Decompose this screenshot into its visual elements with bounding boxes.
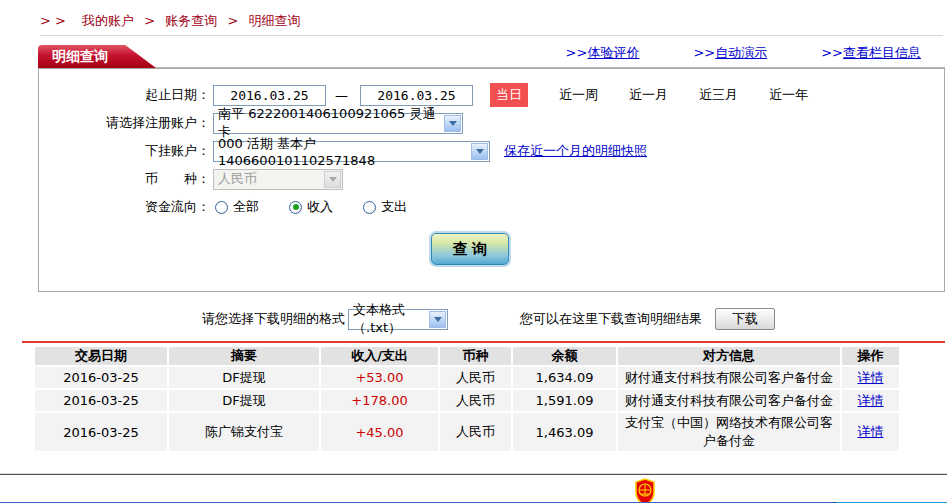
currency-label: 币 种： (39, 170, 210, 188)
breadcrumb-item-detail-query[interactable]: 明细查询 (248, 13, 300, 28)
currency-row: 币 种： 人民币 (39, 165, 944, 193)
link-experience-rating[interactable]: >>体验评价 (566, 44, 640, 62)
col-action: 操作 (842, 347, 899, 365)
table-header-row: 交易日期 摘要 收入/支出 币种 余额 对方信息 操作 (35, 347, 899, 365)
link-view-column-info[interactable]: >>查看栏目信息 (821, 44, 921, 62)
link-label: 查看栏目信息 (843, 45, 921, 60)
cell-date: 2016-03-25 (35, 367, 167, 388)
cell-counterparty: 财付通支付科技有限公司客户备付金 (618, 367, 840, 388)
range-last-year-button[interactable]: 近一年 (769, 86, 808, 104)
cell-action: 详情 (842, 413, 899, 451)
table-top-divider (22, 341, 945, 343)
radio-icon (289, 201, 302, 214)
cell-action: 详情 (842, 367, 899, 388)
breadcrumb: > > 我的账户 > 账务查询 > 明细查询 (0, 0, 947, 35)
footer: 网站声明｜服务网点｜服务热线95588 中国工商银行版权所有 京ICP证 030… (0, 475, 947, 503)
breadcrumb-separator: > (144, 13, 155, 28)
sub-account-select[interactable]: 000 活期 基本户 1406600101102571848 (213, 141, 490, 162)
range-last-week-button[interactable]: 近一周 (559, 86, 598, 104)
fund-flow-options: 全部 收入 支出 (215, 198, 437, 216)
top-links: >>体验评价 >>自动演示 >>查看栏目信息 (566, 44, 945, 67)
cell-counterparty: 财付通支付科技有限公司客户备付金 (618, 390, 840, 411)
download-format-label: 请您选择下载明细的格式 (202, 310, 345, 328)
range-last-3-months-button[interactable]: 近三月 (699, 86, 738, 104)
fund-flow-label: 资金流向： (39, 198, 210, 216)
fund-flow-row: 资金流向： 全部 收入 支出 (39, 193, 944, 221)
footer-links: 网站声明｜服务网点｜服务热线95588 (0, 485, 281, 503)
registered-account-select[interactable]: 南平 6222001406100921065 灵通卡 (213, 113, 463, 134)
sub-account-label: 下挂账户： (39, 142, 210, 160)
date-range-dash: — (335, 88, 348, 103)
date-to-input[interactable] (360, 85, 473, 106)
cell-date: 2016-03-25 (35, 390, 167, 411)
sub-account-value: 000 活期 基本户 1406600101102571848 (218, 135, 469, 168)
download-button[interactable]: 下载 (715, 308, 775, 330)
date-from-input[interactable] (213, 85, 326, 106)
detail-link[interactable]: 详情 (858, 393, 884, 408)
breadcrumb-item-my-account[interactable]: 我的账户 (82, 13, 134, 28)
detail-link[interactable]: 详情 (858, 424, 884, 439)
col-summary: 摘要 (169, 347, 319, 365)
table-row: 2016-03-25 DF提现 +178.00 人民币 1,591.09 财付通… (35, 390, 899, 411)
col-income-expense: 收入/支出 (321, 347, 438, 365)
chevron-down-icon[interactable] (429, 311, 446, 328)
flow-radio-all-label: 全部 (233, 198, 259, 216)
detail-link[interactable]: 详情 (858, 370, 884, 385)
cell-amount: +178.00 (321, 390, 438, 411)
cell-summary: DF提现 (169, 367, 319, 388)
range-today-button[interactable]: 当日 (490, 83, 528, 107)
date-range-label: 起止日期： (39, 86, 210, 104)
chevron-down-icon[interactable] (471, 143, 488, 160)
save-snapshot-link[interactable]: 保存近一个月的明细快照 (504, 142, 647, 160)
cell-amount: +53.00 (321, 367, 438, 388)
cell-balance: 1,634.09 (513, 367, 616, 388)
cell-action: 详情 (842, 390, 899, 411)
currency-select: 人民币 (213, 169, 343, 190)
date-range-row: 起止日期： — 当日 近一周 近一月 近三月 近一年 (39, 81, 944, 109)
cell-currency: 人民币 (440, 390, 511, 411)
radio-icon (215, 201, 228, 214)
breadcrumb-divider (40, 35, 943, 36)
query-button[interactable]: 查 询 (431, 233, 509, 265)
flow-radio-income[interactable]: 收入 (289, 198, 333, 216)
breadcrumb-prefix: > > (40, 13, 66, 28)
sub-account-row: 下挂账户： 000 活期 基本户 1406600101102571848 保存近… (39, 137, 944, 165)
cell-summary: DF提现 (169, 390, 319, 411)
flow-radio-income-label: 收入 (307, 198, 333, 216)
link-label: 自动演示 (715, 45, 767, 60)
radio-icon (363, 201, 376, 214)
range-last-month-button[interactable]: 近一月 (629, 86, 668, 104)
cell-currency: 人民币 (440, 367, 511, 388)
table-row: 2016-03-25 陈广锦支付宝 +45.00 人民币 1,463.09 支付… (35, 413, 899, 451)
registered-account-row: 请选择注册账户： 南平 6222001406100921065 灵通卡 (39, 109, 944, 137)
download-hint: 您可以在这里下载查询明细结果 (520, 310, 702, 328)
download-format-select[interactable]: 文本格式（.txt） (348, 309, 448, 330)
flow-radio-expense[interactable]: 支出 (363, 198, 407, 216)
col-balance: 余额 (513, 347, 616, 365)
link-label: 体验评价 (587, 45, 639, 60)
tab-detail-query[interactable]: 明细查询 (38, 45, 156, 68)
footer-copyright: 中国工商银行版权所有 京ICP证 030247号 (385, 485, 532, 503)
chevron-down-icon (324, 171, 341, 188)
query-form-panel: 起止日期： — 当日 近一周 近一月 近三月 近一年 请选择注册账户： 南平 6… (38, 68, 945, 292)
flow-radio-all[interactable]: 全部 (215, 198, 259, 216)
registered-account-label: 请选择注册账户： (39, 114, 210, 132)
security-badge-icon (633, 478, 657, 503)
flow-radio-expense-label: 支出 (381, 198, 407, 216)
col-transaction-date: 交易日期 (35, 347, 167, 365)
cell-counterparty: 支付宝（中国）网络技术有限公司客户备付金 (618, 413, 840, 451)
col-currency: 币种 (440, 347, 511, 365)
transactions-table: 交易日期 摘要 收入/支出 币种 余额 对方信息 操作 2016-03-25 D… (33, 345, 901, 453)
link-auto-demo[interactable]: >>自动演示 (693, 44, 767, 62)
table-row: 2016-03-25 DF提现 +53.00 人民币 1,634.09 财付通支… (35, 367, 899, 388)
cell-balance: 1,591.09 (513, 390, 616, 411)
link-arrows: >> (693, 45, 715, 60)
cell-amount: +45.00 (321, 413, 438, 451)
breadcrumb-item-account-query[interactable]: 账务查询 (165, 13, 217, 28)
download-row: 请您选择下载明细的格式 文本格式（.txt） 您可以在这里下载查询明细结果 下载 (0, 308, 947, 330)
cell-currency: 人民币 (440, 413, 511, 451)
link-arrows: >> (566, 45, 588, 60)
breadcrumb-separator: > (227, 13, 238, 28)
currency-value: 人民币 (218, 170, 257, 188)
chevron-down-icon[interactable] (444, 115, 461, 132)
